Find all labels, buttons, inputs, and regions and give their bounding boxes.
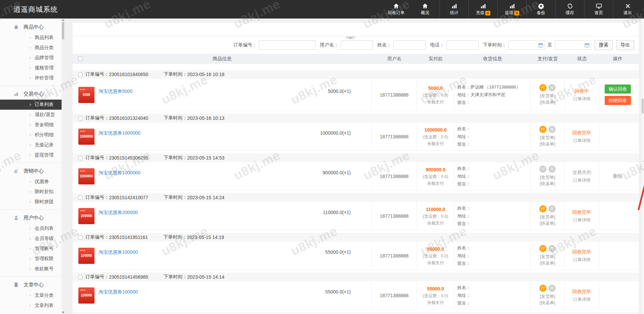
sidebar-item[interactable]: ⊦ 管理帐号 bbox=[0, 244, 65, 254]
confirm-recycle-button[interactable]: 确认回收 bbox=[605, 84, 631, 94]
sidebar-item[interactable]: ⊦ 会员等级 bbox=[0, 234, 65, 244]
express-slip-link[interactable]: [快递单] bbox=[540, 260, 555, 266]
sidebar-item[interactable]: ⊦ 充值记录 bbox=[0, 140, 65, 150]
order-detail-link[interactable]: 订单详情 bbox=[573, 295, 591, 304]
nav-item[interactable]: 统计 bbox=[440, 0, 468, 19]
sidebar-item[interactable]: ⊦ 文章分类 bbox=[0, 290, 65, 301]
name-input[interactable] bbox=[393, 40, 426, 50]
product-image[interactable]: 1000000 bbox=[78, 168, 94, 184]
express-slip-link[interactable]: [快递单] bbox=[540, 220, 555, 226]
order-checkbox[interactable] bbox=[78, 72, 83, 77]
coupon-amount: 200000 bbox=[81, 214, 92, 218]
order-no-input[interactable] bbox=[259, 40, 315, 50]
goods-icon bbox=[13, 24, 19, 30]
main-scrollbar[interactable] bbox=[641, 19, 644, 314]
sidebar-item[interactable]: ⊦ 管理权限 bbox=[0, 254, 65, 264]
product-link[interactable]: 淘宝优惠券1000000 bbox=[99, 170, 141, 176]
sidebar-group-header[interactable]: 商品中心 bbox=[0, 21, 65, 33]
delivery-slip-link[interactable]: [发货单] bbox=[540, 174, 555, 180]
product-image[interactable]: 5000 bbox=[78, 87, 94, 103]
sidebar-scrollbar[interactable] bbox=[62, 19, 65, 314]
sidebar-item[interactable]: ⊦ 退款/退货 bbox=[0, 110, 65, 120]
delivery-slip-link[interactable]: [发货单] bbox=[540, 293, 555, 300]
main-scroll-thumb[interactable] bbox=[642, 99, 644, 113]
sidebar-item[interactable]: ⊦ 提现管理 bbox=[0, 150, 65, 160]
product-image[interactable]: 1000000 bbox=[78, 129, 94, 145]
sidebar-item[interactable]: ⊦ 品牌管理 bbox=[0, 53, 65, 63]
sidebar-item[interactable]: ⊦ 收款账号 bbox=[0, 264, 65, 274]
product-link[interactable]: 淘宝优惠券5000 bbox=[99, 89, 132, 95]
sidebar-item[interactable]: ⊦ 积分明细 bbox=[0, 130, 65, 140]
product-image[interactable]: 200000 bbox=[78, 208, 94, 224]
delivery-slip-link[interactable]: [发货单] bbox=[540, 253, 555, 260]
product-image[interactable]: 100000 bbox=[78, 248, 94, 264]
nav-item[interactable]: 缓存 bbox=[555, 0, 584, 19]
sidebar-group-header[interactable]: 交易中心 bbox=[0, 88, 65, 100]
order-detail-link[interactable]: 订单详情 bbox=[573, 95, 591, 103]
express-slip-link[interactable]: [快递单] bbox=[540, 180, 555, 187]
scroll-up-icon[interactable] bbox=[62, 19, 65, 21]
nav-label: 备份 bbox=[537, 10, 545, 16]
product-qty: 55000.0(×1) bbox=[325, 249, 351, 255]
sidebar-group-header[interactable]: 营销中心 bbox=[0, 165, 65, 177]
sidebar-group-header[interactable]: 用户中心 bbox=[0, 212, 65, 223]
nav-item[interactable]: 概况 bbox=[411, 0, 440, 19]
order-checkbox[interactable] bbox=[78, 196, 83, 200]
order-strip-partial: 订单编号：230515134750333 下单时间：2023-05-15 13:… bbox=[73, 312, 639, 314]
product-link[interactable]: 淘宝优惠券100000 bbox=[99, 289, 138, 295]
product-link[interactable]: 淘宝优惠券1000000 bbox=[99, 130, 141, 136]
product-link[interactable]: 淘宝优惠券200000 bbox=[99, 210, 138, 216]
sidebar-item[interactable]: ⊦ 评价管理 bbox=[0, 73, 65, 83]
sidebar-group-label: 交易中心 bbox=[24, 91, 44, 97]
sidebar-item[interactable]: ⊦ 商品分类 bbox=[0, 43, 65, 53]
sidebar-item[interactable]: ⊦ 规格管理 bbox=[0, 63, 65, 73]
order-checkbox[interactable] bbox=[78, 156, 83, 160]
paid-freight: (含运费：0.0) bbox=[423, 213, 448, 220]
calendar-icon[interactable] bbox=[538, 43, 543, 48]
calendar-icon[interactable] bbox=[584, 43, 590, 48]
express-slip-link[interactable]: [快递单] bbox=[540, 99, 555, 105]
product-link[interactable]: 淘宝优惠券100000 bbox=[99, 249, 138, 255]
delivery-slip-link[interactable]: [发货单] bbox=[540, 93, 555, 99]
delivery-slip-link[interactable]: [发货单] bbox=[540, 134, 555, 141]
order-detail-link[interactable]: 订单详情 bbox=[573, 176, 591, 184]
scroll-down-icon[interactable] bbox=[62, 312, 65, 313]
order-detail-link[interactable]: 订单详情 bbox=[573, 256, 591, 264]
nav-item[interactable]: 提现 0 bbox=[497, 0, 526, 19]
sidebar-item[interactable]: ⊦ 优惠券 bbox=[0, 177, 65, 187]
sidebar-scroll-thumb[interactable] bbox=[62, 22, 64, 39]
export-button[interactable]: 导出 bbox=[616, 40, 634, 50]
order-detail-link[interactable]: 订单详情 bbox=[573, 216, 591, 224]
nav-item[interactable]: 回收订单 bbox=[382, 0, 411, 19]
sidebar-item[interactable]: ⊦ 限时拼团 bbox=[0, 197, 65, 207]
product-image[interactable]: 100000 bbox=[78, 287, 94, 304]
sidebar-item[interactable]: ⊦ 资金明细 bbox=[0, 120, 65, 130]
sidebar-item[interactable]: ⊦ 文章列表 bbox=[0, 301, 65, 311]
select-all-checkbox[interactable] bbox=[78, 57, 83, 61]
reject-recycle-button[interactable]: 拒绝回收 bbox=[605, 96, 631, 105]
delete-link[interactable]: 删除 bbox=[613, 173, 622, 179]
search-button[interactable]: 搜索 bbox=[595, 40, 613, 50]
nav-item[interactable]: 退出 bbox=[613, 0, 642, 19]
nav-item[interactable]: 备份 bbox=[526, 0, 555, 19]
express-slip-link[interactable]: [快递单] bbox=[540, 300, 555, 306]
order-checkbox[interactable] bbox=[78, 235, 83, 240]
sidebar-item[interactable]: ⊦ 商品列表 bbox=[0, 33, 65, 43]
delivery-slip-link[interactable]: [发货单] bbox=[540, 214, 555, 220]
express-slip-link[interactable]: [快递单] bbox=[540, 141, 555, 147]
sidebar-item[interactable]: ⊦ 限时折扣 bbox=[0, 187, 65, 197]
username-input[interactable] bbox=[341, 40, 373, 50]
nav-item[interactable]: 首页 bbox=[584, 0, 613, 19]
phone-input[interactable] bbox=[446, 40, 479, 50]
paid-method: 余额支付 bbox=[427, 140, 444, 147]
sidebar-item-active[interactable]: ⊦ 订单列表 bbox=[0, 100, 65, 110]
sidebar-group-header[interactable]: 文章中心 bbox=[0, 279, 65, 290]
order-checkbox[interactable] bbox=[78, 275, 83, 279]
order-detail-link[interactable]: 订单详情 bbox=[573, 137, 591, 145]
collapse-handle[interactable] bbox=[346, 36, 355, 39]
paid-freight: (含运费：0.0) bbox=[423, 292, 448, 299]
sidebar-item[interactable]: ⊦ 会员列表 bbox=[0, 223, 65, 234]
nav-item[interactable]: 充值 0 bbox=[468, 0, 497, 19]
paid-status-icon: 付 bbox=[539, 84, 546, 91]
order-checkbox[interactable] bbox=[78, 116, 83, 120]
